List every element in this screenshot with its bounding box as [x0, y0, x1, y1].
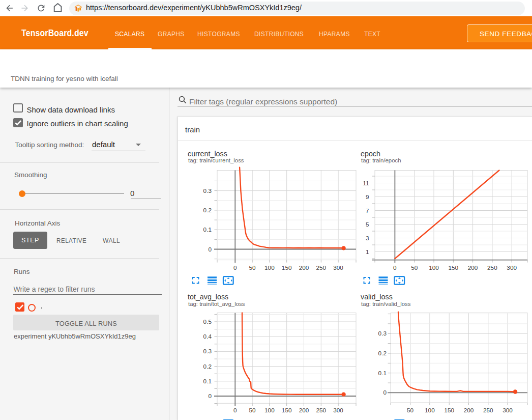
svg-text:0.1: 0.1	[203, 378, 212, 385]
svg-text:150: 150	[282, 264, 292, 271]
svg-text:tag: train/current_loss: tag: train/current_loss	[188, 157, 244, 163]
svg-text:5: 5	[366, 221, 369, 228]
svg-text:0: 0	[393, 264, 397, 271]
svg-text:0: 0	[208, 393, 212, 400]
svg-text:200: 200	[299, 407, 309, 414]
svg-text:50: 50	[249, 264, 256, 271]
svg-text:0.2: 0.2	[203, 207, 212, 214]
svg-text:250: 250	[487, 264, 497, 271]
svg-text:100: 100	[264, 264, 275, 271]
svg-text:250: 250	[316, 264, 326, 271]
svg-text:0.1: 0.1	[203, 226, 212, 233]
svg-text:0.2: 0.2	[203, 363, 212, 370]
svg-text:current_loss: current_loss	[188, 150, 227, 158]
svg-text:epoch: epoch	[361, 150, 380, 158]
svg-text:1: 1	[366, 248, 369, 256]
svg-text:0.2: 0.2	[378, 350, 387, 357]
svg-text:0.4: 0.4	[203, 333, 212, 340]
svg-text:300: 300	[503, 407, 513, 414]
svg-text:250: 250	[483, 407, 493, 414]
svg-text:150: 150	[444, 407, 454, 414]
svg-text:0.3: 0.3	[203, 187, 212, 194]
svg-text:250: 250	[316, 407, 326, 414]
svg-text:150: 150	[282, 407, 292, 414]
svg-text:0.1: 0.1	[378, 370, 387, 377]
svg-text:3: 3	[366, 235, 369, 242]
svg-text:100: 100	[429, 264, 439, 271]
svg-text:50: 50	[411, 264, 418, 271]
svg-text:11: 11	[363, 180, 369, 187]
svg-text:200: 200	[468, 264, 478, 271]
svg-text:0.5: 0.5	[203, 318, 212, 325]
svg-text:0: 0	[233, 264, 237, 271]
svg-text:100: 100	[425, 407, 435, 414]
svg-text:200: 200	[299, 264, 309, 271]
svg-text:0: 0	[233, 407, 237, 414]
svg-text:0.3: 0.3	[203, 348, 212, 355]
svg-text:0: 0	[383, 389, 387, 396]
svg-text:50: 50	[249, 407, 256, 414]
svg-text:tag: train/valid_loss: tag: train/valid_loss	[361, 301, 411, 307]
svg-text:0.3: 0.3	[378, 330, 387, 337]
svg-text:9: 9	[366, 193, 369, 201]
svg-text:0: 0	[208, 246, 212, 253]
svg-text:50: 50	[407, 407, 414, 414]
svg-text:300: 300	[333, 407, 343, 414]
svg-text:100: 100	[264, 407, 275, 414]
svg-text:300: 300	[333, 264, 343, 271]
svg-text:7: 7	[366, 207, 369, 214]
svg-text:150: 150	[448, 264, 458, 271]
svg-text:300: 300	[507, 264, 517, 271]
svg-text:valid_loss: valid_loss	[361, 293, 393, 301]
svg-text:200: 200	[464, 407, 474, 414]
svg-text:tot_avg_loss: tot_avg_loss	[188, 293, 228, 301]
svg-text:tag: train/tot_avg_loss: tag: train/tot_avg_loss	[188, 301, 245, 307]
svg-text:tag: train/epoch: tag: train/epoch	[361, 157, 401, 163]
